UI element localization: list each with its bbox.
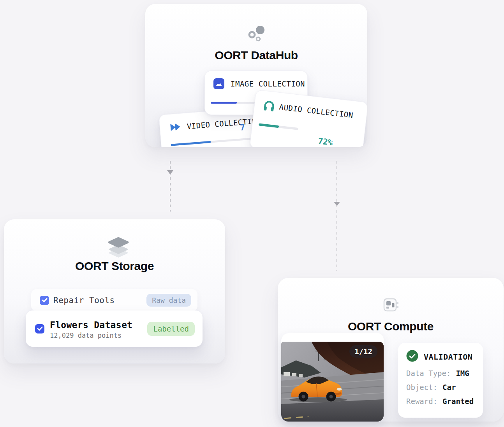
video-percent: 7: [240, 123, 246, 132]
validation-label: Reward:: [406, 397, 437, 406]
audio-percent: 72%: [317, 136, 333, 147]
validation-row-reward: Reward: Granted: [406, 397, 476, 406]
video-progress-fill: [171, 141, 211, 146]
dataset-row-flowers[interactable]: Flowers Dataset 12,029 data points Label…: [26, 311, 203, 347]
oort-ecosystem-diagram: OORT DataHub VIDEO COLLECTION 7: [0, 0, 504, 427]
headphones-icon: [263, 100, 275, 112]
validation-value: Car: [442, 383, 456, 392]
validation-value: IMG: [456, 369, 469, 378]
dataset-label: Flowers Dataset: [50, 320, 132, 330]
checkbox-checked-icon[interactable]: [35, 324, 44, 333]
validation-label: Data Type:: [406, 369, 451, 378]
arrow-down-icon: [334, 202, 340, 206]
validation-label: Object:: [406, 383, 437, 392]
checkbox-checked-icon[interactable]: [40, 296, 49, 305]
image-icon: [213, 78, 224, 89]
connector-datahub-to-storage: [170, 161, 171, 212]
connector-datahub-to-compute: [337, 161, 337, 271]
dataset-row-repair-tools[interactable]: Repair Tools Raw data: [31, 289, 197, 311]
compute-title: OORT Compute: [278, 320, 504, 333]
validation-row-data-type: Data Type: IMG: [406, 369, 476, 378]
sample-photo-frame: 1/12: [281, 333, 384, 422]
labelled-badge: Labelled: [147, 322, 195, 336]
image-progress-fill: [211, 102, 237, 104]
audio-collection-label: AUDIO COLLECTION: [279, 102, 354, 119]
check-circle-icon: [406, 350, 418, 363]
validation-title: VALIDATION: [424, 352, 472, 362]
audio-progress-fill: [259, 123, 279, 128]
layers-icon: [106, 236, 131, 260]
audio-collection-chip: AUDIO COLLECTION 72%: [249, 90, 367, 147]
fast-forward-icon: [169, 122, 181, 133]
photo-counter-badge: 1/12: [349, 345, 377, 358]
datahub-title: OORT DataHub: [145, 49, 367, 62]
image-collection-label: IMAGE COLLECTION: [231, 79, 305, 88]
storage-title: OORT Storage: [4, 259, 225, 273]
datahub-card: OORT DataHub VIDEO COLLECTION 7: [145, 4, 367, 147]
compute-card: OORT Compute: [278, 278, 504, 422]
dataset-label: Repair Tools: [53, 296, 115, 305]
dataset-datapoints: 12,029 data points: [50, 332, 132, 339]
audio-progress-track: [259, 123, 298, 130]
validation-row-object: Object: Car: [406, 383, 476, 392]
validation-panel: VALIDATION Data Type: IMG Object: Car Re…: [398, 343, 483, 418]
raw-data-badge: Raw data: [146, 294, 191, 307]
video-collection-label: VIDEO COLLECTION: [187, 116, 261, 131]
chip-icon: [381, 296, 400, 315]
video-progress-track: [171, 138, 252, 146]
arrow-down-icon: [167, 170, 173, 175]
storage-card: OORT Storage Repair Tools Raw data Flowe…: [4, 219, 225, 363]
validation-value: Granted: [442, 397, 474, 406]
datahub-logo-icon: [245, 24, 267, 44]
